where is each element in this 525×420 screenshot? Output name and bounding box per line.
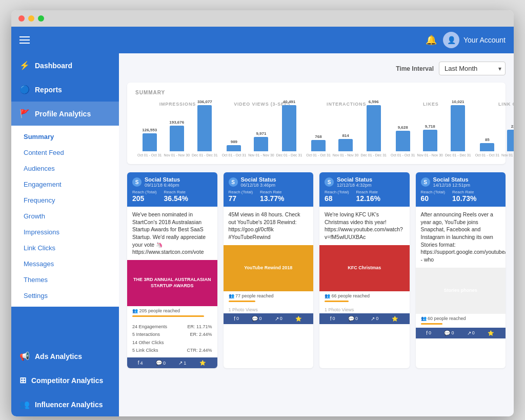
post-body-text: After announcing Reels over a year ago, …: [416, 207, 506, 268]
footer-item-shares: ↗0: [371, 316, 378, 322]
shares-count: 0: [472, 330, 475, 335]
charts-row: IMPRESSIONS126,553Oct 01 - Oct 31193,676…: [135, 102, 497, 157]
comments-icon: 💬: [444, 330, 450, 336]
sidebar-sub-settings[interactable]: Settings: [11, 288, 119, 304]
sidebar: ⚡ Dashboard 🔵 Reports 🚩 Profile Analytic…: [11, 53, 119, 416]
sidebar-label-dashboard: Dashboard: [35, 62, 72, 70]
post-image: KFC Christmas: [319, 245, 410, 291]
sidebar-sub-impressions[interactable]: Impressions: [11, 224, 119, 240]
sidebar-sub-summary[interactable]: Summary: [11, 129, 119, 145]
bar-value: 9,628: [398, 125, 408, 130]
reach-rate-label: Reach Rate: [260, 190, 284, 194]
bar-label: Dec 01 - Dec 31: [192, 153, 218, 157]
sidebar-item-reports[interactable]: 🔵 Reports: [11, 77, 119, 102]
reach-rate-label: Reach Rate: [356, 190, 380, 194]
bar: [423, 130, 437, 151]
metric-label: 5 Interactions: [132, 331, 160, 338]
sidebar-item-ads-analytics[interactable]: 📢 Ads Analytics: [11, 344, 119, 368]
minimize-dot[interactable]: [28, 15, 34, 22]
metric-value: CTR: 2.44%: [187, 347, 212, 354]
footer-item-comments: 💬0: [252, 316, 261, 322]
notifications-icon[interactable]: 🔔: [426, 34, 437, 46]
footer-item-star: ⭐: [392, 316, 399, 322]
bar-label: Oct 01 - Oct 31: [391, 153, 415, 157]
account-label: Your Account: [463, 36, 506, 44]
comments-count: 0: [451, 330, 454, 335]
reach-total-value: 205: [132, 194, 144, 203]
post-brand: Social Status: [433, 176, 471, 183]
reach-total-label: Reach (Total): [325, 190, 349, 194]
bar: [367, 105, 381, 151]
comments-icon: 💬: [348, 316, 354, 322]
sidebar-sub-themes[interactable]: Themes: [11, 272, 119, 288]
sidebar-sub-content-feed[interactable]: Content Feed: [11, 145, 119, 161]
bar-wrap: 6,596Dec 01 - Dec 31: [360, 99, 387, 157]
app-window: 🔔 👤 Your Account ⚡ Dashboard 🔵 Reports: [11, 10, 514, 416]
metric-label: 14 Other Clicks: [132, 339, 164, 347]
chart-title: LINK CLICKS: [498, 102, 514, 107]
sidebar-bottom: 📢 Ads Analytics ⊞ Competitor Analytics 👥…: [11, 344, 119, 416]
post-metric-row: 5 Link ClicksCTR: 2.44%: [132, 347, 212, 354]
bar: [143, 133, 157, 151]
bar-value: 768: [315, 134, 321, 139]
footer-item-likes: f0: [426, 330, 431, 336]
likes-count: 4: [140, 361, 143, 366]
social-status-icon: S: [421, 177, 430, 187]
menu-button[interactable]: [19, 36, 30, 44]
sidebar-label-profile-analytics: Profile Analytics: [35, 110, 91, 118]
star-icon: ⭐: [295, 316, 301, 322]
shares-icon: ↗: [467, 330, 471, 336]
post-card: SSocial Status12/12/18 4:32pmReach (Tota…: [319, 172, 410, 368]
ads-icon: 📢: [19, 351, 30, 361]
bar-label: Nov 01 - Nov 30: [417, 153, 443, 157]
profile-analytics-icon: 🚩: [19, 109, 30, 118]
bar-value: 126,553: [142, 128, 157, 132]
sidebar-item-dashboard[interactable]: ⚡ Dashboard: [11, 53, 119, 77]
chart-group-impressions: IMPRESSIONS126,553Oct 01 - Oct 31193,676…: [135, 102, 220, 157]
post-metric-row: 14 Other Clicks: [132, 339, 212, 347]
post-body-text: 45M views in 48 hours. Check out YouTube…: [224, 207, 314, 245]
bar-wrap: 989Oct 01 - Oct 31: [222, 139, 246, 157]
sidebar-item-influencer-analytics[interactable]: 👥 Influencer Analytics: [11, 392, 119, 416]
sidebar-sub-audiences[interactable]: Audiences: [11, 161, 119, 176]
bar-label: Oct 01 - Oct 31: [306, 153, 330, 157]
post-date: 09/11/18 6:46pm: [145, 183, 180, 188]
star-icon: ⭐: [488, 330, 494, 336]
bar: [480, 143, 494, 151]
post-footer: f0💬0↗0⭐: [319, 313, 410, 324]
avatar: 👤: [443, 32, 459, 48]
post-image: Stories phones: [416, 268, 506, 314]
sidebar-item-competitor-analytics[interactable]: ⊞ Competitor Analytics: [11, 368, 119, 392]
sidebar-sub-frequency[interactable]: Frequency: [11, 192, 119, 208]
bar: [227, 145, 241, 151]
bar-value: 336,077: [197, 99, 212, 104]
account-button[interactable]: 👤 Your Account: [443, 32, 506, 48]
star-icon: ⭐: [199, 360, 206, 366]
time-interval-select[interactable]: Last Month Last Week Last 3 Months Last …: [439, 62, 506, 75]
shares-count: 0: [376, 316, 378, 321]
influencer-icon: 👥: [19, 399, 30, 409]
engagement-bar: [421, 323, 442, 325]
sidebar-sub-messages[interactable]: Messages: [11, 256, 119, 272]
post-footer: f0💬0↗0⭐: [224, 313, 314, 324]
sidebar-label-reports: Reports: [35, 86, 62, 94]
chart-group-interactions: INTERACTIONS768Oct 01 - Oct 31814Nov 01 …: [304, 102, 389, 157]
time-interval-row: Time Interval Last Month Last Week Last …: [127, 62, 506, 75]
sidebar-sub-link-clicks[interactable]: Link Clicks: [11, 240, 119, 256]
footer-item-shares: ↗1: [178, 360, 186, 366]
maximize-dot[interactable]: [38, 15, 44, 22]
sidebar-item-profile-analytics[interactable]: 🚩 Profile Analytics: [11, 102, 119, 126]
reach-total-value: 77: [229, 194, 237, 203]
likes-icon: f: [426, 330, 428, 336]
post-metric-row: 24 EngagementsER: 11.71%: [132, 323, 212, 331]
reach-total-label: Reach (Total): [421, 190, 446, 194]
star-icon: ⭐: [392, 316, 398, 322]
close-dot[interactable]: [18, 15, 25, 22]
sidebar-sub-engagement[interactable]: Engagement: [11, 176, 119, 192]
post-image: YouTube Rewind 2018: [224, 245, 314, 291]
bars-container: 85Oct 01 - Oct 31229Nov 01 - Nov 30561De…: [473, 111, 514, 157]
engagement-bar: [132, 315, 204, 317]
shares-icon: ↗: [371, 316, 375, 322]
sidebar-sub-growth[interactable]: Growth: [11, 208, 119, 224]
shares-icon: ↗: [178, 360, 183, 366]
